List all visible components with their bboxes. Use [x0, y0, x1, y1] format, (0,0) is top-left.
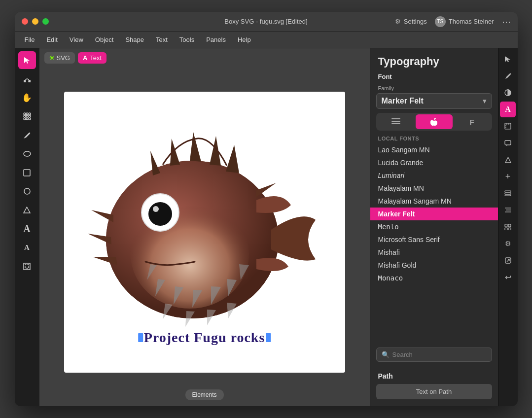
menu-panels[interactable]: Panels	[201, 34, 231, 45]
font-tab-google[interactable]: F	[454, 114, 491, 129]
menu-tools[interactable]: Tools	[175, 34, 199, 45]
svg-marker-25	[91, 210, 113, 222]
selected-font-name: Marker Felt	[382, 97, 424, 105]
svg-rect-62	[508, 224, 511, 227]
pen-tool[interactable]	[18, 126, 36, 144]
node-tool[interactable]	[18, 70, 36, 88]
hand-tool[interactable]: ✋	[18, 89, 36, 106]
svg-point-32	[153, 206, 159, 212]
tab-text[interactable]: A Text	[78, 52, 106, 64]
settings-icon: ⚙	[395, 18, 401, 25]
user-button[interactable]: TS Thomas Steiner	[435, 16, 494, 27]
text-on-path-button[interactable]: Text on Path	[376, 384, 492, 399]
font-item-7[interactable]: Microsoft Sans Serif	[370, 233, 498, 246]
font-item-0[interactable]: Lao Sangam MN	[370, 143, 498, 156]
elements-badge[interactable]: Elements	[185, 389, 223, 400]
menu-file[interactable]: File	[20, 34, 40, 45]
menu-help[interactable]: Help	[233, 34, 256, 45]
font-search-box[interactable]: 🔍	[376, 348, 492, 362]
svg-rect-53	[505, 140, 511, 145]
svg-marker-14	[24, 207, 30, 213]
layers-right-icon[interactable]	[500, 185, 516, 201]
font-item-2[interactable]: Luminari	[370, 169, 498, 182]
library-right-icon[interactable]	[500, 219, 516, 235]
font-item-3[interactable]: Malayalam MN	[370, 182, 498, 195]
canvas-text[interactable]: Project Fugu rocks	[143, 330, 266, 346]
left-toolbar: ✋ A A	[15, 48, 39, 406]
app-window: Boxy SVG - fugu.svg [Edited] ⚙ Settings …	[15, 12, 518, 406]
align-right-icon[interactable]	[500, 202, 516, 218]
zoom-tool[interactable]	[18, 107, 36, 125]
text-tool[interactable]: A	[18, 220, 36, 238]
ruler-right-icon[interactable]	[500, 118, 516, 134]
svg-rect-61	[505, 224, 507, 227]
text-small-tool[interactable]: A	[18, 239, 36, 256]
typography-right-icon[interactable]: A	[500, 102, 516, 117]
ellipse-tool[interactable]	[18, 145, 36, 163]
svg-point-31	[148, 202, 172, 226]
svg-rect-16	[25, 265, 29, 268]
font-source-tabs: F	[376, 113, 492, 131]
font-item-10[interactable]: Monaco	[370, 272, 498, 284]
svg-point-3	[24, 115, 26, 117]
font-item-8[interactable]: Mishafi	[370, 246, 498, 259]
select-right-icon[interactable]	[500, 51, 516, 67]
frame-tool[interactable]	[18, 257, 36, 275]
gear-right-icon[interactable]: ⚙	[500, 236, 516, 251]
svg-marker-24	[226, 145, 239, 173]
settings-button[interactable]: ⚙ Settings	[395, 18, 427, 25]
right-icon-toolbar: A + ⚙ ↩	[498, 48, 518, 406]
menu-text[interactable]: Text	[151, 34, 173, 45]
panel-title: Typography	[370, 48, 498, 71]
font-family-dropdown[interactable]: Marker Felt ▾	[376, 93, 492, 109]
minimize-button[interactable]	[32, 18, 38, 25]
typography-panel: Typography Font Family Marker Felt ▾ F	[370, 48, 498, 406]
font-tab-list[interactable]	[378, 114, 415, 129]
search-input[interactable]	[392, 351, 487, 358]
font-item-9[interactable]: Mishafi Gold	[370, 259, 498, 272]
menu-edit[interactable]: Edit	[41, 34, 62, 45]
drawing-canvas[interactable]: Project Fugu rocks	[64, 92, 345, 373]
maximize-button[interactable]	[42, 18, 49, 25]
search-icon: 🔍	[382, 351, 390, 358]
svg-rect-56	[505, 193, 511, 194]
font-tab-apple[interactable]	[416, 114, 453, 129]
svg-point-1	[29, 80, 31, 82]
family-label: Family	[370, 83, 498, 93]
font-item-4[interactable]: Malayalam Sangam MN	[370, 195, 498, 208]
window-title: Boxy SVG - fugu.svg [Edited]	[224, 18, 307, 25]
select-tool[interactable]	[18, 51, 36, 69]
path-section-title: Path	[370, 371, 498, 384]
canvas-area[interactable]: ✳ SVG A Text	[39, 48, 370, 406]
svg-rect-64	[508, 228, 511, 230]
font-item-5[interactable]: Marker Felt	[370, 208, 498, 220]
export-right-icon[interactable]	[500, 252, 516, 268]
plus-right-icon[interactable]: +	[500, 169, 516, 184]
triangle-tool[interactable]	[18, 201, 36, 219]
text-selection[interactable]: Project Fugu rocks	[138, 330, 271, 346]
comment-right-icon[interactable]	[500, 135, 516, 151]
svg-point-9	[29, 115, 31, 117]
font-item-1[interactable]: Lucida Grande	[370, 156, 498, 169]
font-item-6[interactable]: Menlo	[370, 220, 498, 233]
triangle-right-icon[interactable]	[500, 152, 516, 168]
right-text-handle[interactable]	[266, 333, 271, 342]
svg-rect-45	[391, 121, 400, 122]
menu-shape[interactable]: Shape	[120, 34, 149, 45]
contrast-right-icon[interactable]	[500, 85, 516, 101]
tab-svg[interactable]: ✳ SVG	[44, 52, 75, 64]
circle-tool[interactable]	[18, 182, 36, 200]
svg-rect-12	[24, 170, 30, 176]
dropdown-chevron-icon: ▾	[483, 97, 487, 105]
rect-tool[interactable]	[18, 164, 36, 181]
menu-object[interactable]: Object	[90, 34, 119, 45]
svg-point-5	[26, 113, 28, 115]
menu-view[interactable]: View	[65, 34, 88, 45]
undo-right-icon[interactable]: ↩	[500, 269, 516, 285]
left-text-handle[interactable]	[138, 333, 143, 342]
pen-right-icon[interactable]	[500, 68, 516, 84]
svg-rect-44	[391, 118, 400, 119]
more-options-button[interactable]: ⋯	[502, 16, 511, 27]
svg-point-6	[26, 115, 28, 117]
close-button[interactable]	[22, 18, 28, 25]
